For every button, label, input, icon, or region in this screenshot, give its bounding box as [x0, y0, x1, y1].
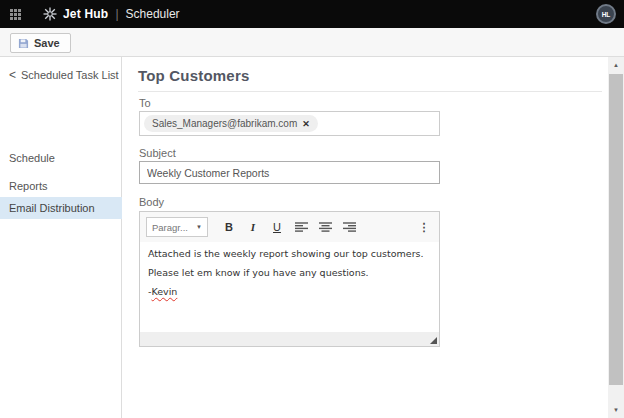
jet-logo-icon [43, 7, 57, 21]
sidebar-item-email-distribution[interactable]: Email Distribution [0, 197, 122, 219]
italic-button[interactable]: I [241, 216, 265, 238]
scrollbar-thumb[interactable] [609, 74, 623, 385]
save-button-label: Save [34, 37, 60, 49]
body-field-label: Body [139, 196, 164, 208]
align-right-icon [343, 222, 356, 232]
sidebar-item-label: Email Distribution [9, 202, 95, 214]
body-line: -Kevin [148, 286, 431, 298]
sidebar-item-label: Reports [9, 180, 48, 192]
to-field-label: To [139, 97, 151, 109]
recipient-chip-label: Sales_Managers@fabrikam.com [152, 118, 297, 129]
align-center-icon [319, 222, 332, 232]
command-toolbar: Save [0, 28, 624, 57]
rte-status-bar [140, 332, 439, 346]
save-button[interactable]: Save [10, 33, 71, 53]
title-divider [138, 91, 602, 92]
email-distribution-panel: Top Customers To Sales_Managers@fabrikam… [123, 57, 608, 418]
resize-handle-icon[interactable] [430, 337, 437, 344]
sidebar-item-label: Schedule [9, 152, 55, 164]
sidebar-item-schedule[interactable]: Schedule [0, 147, 122, 169]
sidebar-item-reports[interactable]: Reports [0, 175, 122, 197]
scheduler-page: Jet Hub | Scheduler HL Save < Scheduled … [0, 0, 624, 418]
save-floppy-icon [18, 38, 29, 49]
more-options-button[interactable]: ⋮ [415, 216, 433, 238]
align-left-button[interactable] [289, 216, 313, 238]
paragraph-style-dropdown[interactable]: Paragr... ▼ [146, 217, 208, 237]
rte-toolbar: Paragr... ▼ B I U [140, 212, 439, 242]
bold-button[interactable]: B [217, 216, 241, 238]
back-to-scheduled-task-list[interactable]: < Scheduled Task List [9, 69, 119, 81]
paragraph-style-value: Paragr... [152, 222, 188, 233]
subject-field-label: Subject [139, 147, 176, 159]
remove-recipient-icon[interactable]: ✕ [302, 119, 310, 129]
sidebar-nav: < Scheduled Task List Schedule Reports E… [0, 57, 122, 418]
align-center-button[interactable] [313, 216, 337, 238]
align-left-icon [295, 222, 308, 232]
module-name: Scheduler [126, 7, 180, 21]
body-line: Please let em know if you have any quest… [148, 267, 431, 279]
vertical-scrollbar[interactable]: ▲ ▼ [608, 57, 624, 418]
app-name: Jet Hub [63, 7, 108, 21]
recipient-chip[interactable]: Sales_Managers@fabrikam.com ✕ [144, 115, 318, 132]
dropdown-arrow-icon: ▼ [196, 224, 202, 230]
scroll-up-button[interactable]: ▲ [608, 57, 624, 73]
app-launcher-grid-icon[interactable] [10, 9, 21, 20]
page-title: Top Customers [138, 67, 250, 84]
chevron-left-icon: < [9, 69, 16, 81]
title-separator: | [115, 7, 118, 21]
top-app-bar: Jet Hub | Scheduler HL [0, 0, 624, 28]
user-avatar[interactable]: HL [596, 4, 616, 24]
body-line: Attached is the weekly report showing ou… [148, 248, 431, 260]
misspelled-word: Kevin [151, 286, 177, 297]
underline-button[interactable]: U [265, 216, 289, 238]
subject-input[interactable] [139, 161, 440, 184]
back-link-label: Scheduled Task List [21, 69, 119, 81]
align-right-button[interactable] [337, 216, 361, 238]
to-recipients-input[interactable]: Sales_Managers@fabrikam.com ✕ [139, 111, 440, 136]
email-body-content[interactable]: Attached is the weekly report showing ou… [140, 242, 439, 332]
scroll-down-button[interactable]: ▼ [608, 402, 624, 418]
rich-text-editor: Paragr... ▼ B I U [139, 211, 440, 347]
